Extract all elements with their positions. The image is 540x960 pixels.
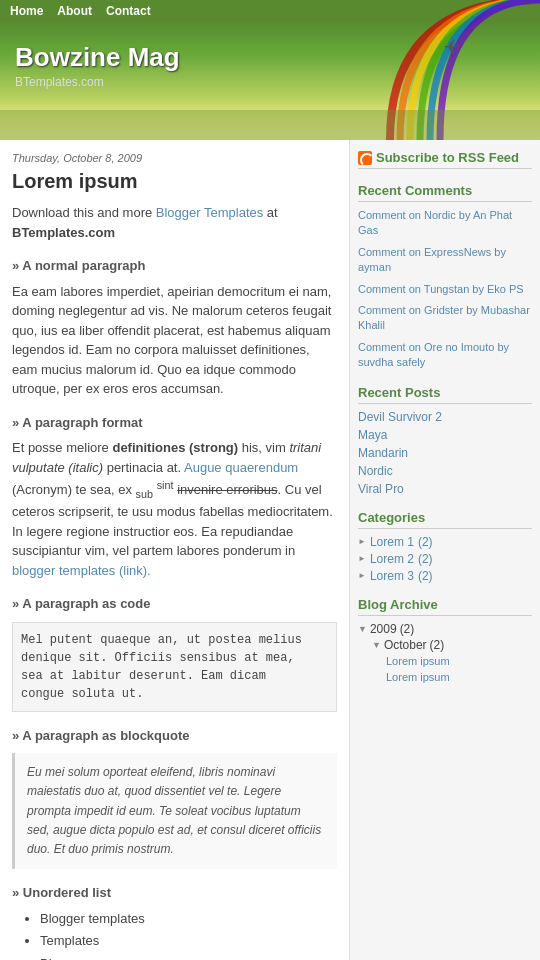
nav-about[interactable]: About [57, 4, 92, 18]
sup-text: sint [157, 479, 174, 491]
recent-post-item: Mandarin [358, 446, 532, 460]
section1-heading: A normal paragraph [12, 256, 337, 276]
post-body: Download this and more Blogger Templates… [12, 203, 337, 960]
list-item: Blogs [40, 954, 337, 960]
category-item[interactable]: Lorem 3 (2) [358, 569, 532, 583]
comment-item: Comment on ExpressNews by ayman [358, 245, 532, 276]
categories-title: Categories [358, 510, 532, 529]
section5-heading: Unordered list [12, 883, 337, 903]
blockquote: Eu mei solum oporteat eleifend, libris n… [12, 753, 337, 869]
categories-widget: Categories Lorem 1 (2) Lorem 2 (2) Lorem… [358, 510, 532, 583]
post-intro: Download this and more Blogger Templates… [12, 203, 337, 242]
ground-texture [0, 110, 540, 140]
unordered-list: Blogger templates Templates Blogs Layout… [12, 909, 337, 960]
archive-post: Lorem ipsum [358, 670, 532, 684]
strike-text: invenire erroribus [177, 482, 277, 497]
archive-widget: Blog Archive 2009 (2) October (2) Lorem … [358, 597, 532, 684]
comment-item: Comment on Tungstan by Eko PS [358, 282, 532, 297]
sub-text: sub [136, 488, 153, 500]
site-header: Home About Contact ✈ Bowzine Mag BTempla… [0, 0, 540, 140]
btemplates-link: BTemplates.com [12, 225, 115, 240]
section3-heading: A paragraph as code [12, 594, 337, 614]
sidebar: Subscribe to RSS Feed Recent Comments Co… [350, 140, 540, 960]
recent-comments-widget: Recent Comments Comment on Nordic by An … [358, 183, 532, 371]
recent-post-item: Viral Pro [358, 482, 532, 496]
section2-body: Et posse meliore definitiones (strong) h… [12, 438, 337, 580]
comment-item: Comment on Nordic by An Phat Gas [358, 208, 532, 239]
archive-year[interactable]: 2009 (2) [358, 622, 532, 636]
section4-heading: A paragraph as blockquote [12, 726, 337, 746]
augue-link[interactable]: Augue quaerendum [184, 460, 298, 475]
category-item[interactable]: Lorem 1 (2) [358, 535, 532, 549]
code-block: Mel putent quaeque an, ut postea melius … [12, 622, 337, 712]
recent-post-item: Maya [358, 428, 532, 442]
acronym-text: Acronym [16, 482, 67, 497]
archive-post: Lorem ipsum [358, 654, 532, 668]
content-area: Thursday, October 8, 2009 Lorem ipsum Do… [0, 140, 350, 960]
strong-text: definitiones (strong) [112, 440, 238, 455]
comment-item: Comment on Gridster by Mubashar Khalil [358, 303, 532, 334]
archive-title: Blog Archive [358, 597, 532, 616]
recent-posts-title: Recent Posts [358, 385, 532, 404]
rss-icon [358, 151, 372, 165]
section2-heading: A paragraph format [12, 413, 337, 433]
main-wrapper: Thursday, October 8, 2009 Lorem ipsum Do… [0, 140, 540, 960]
nav-home[interactable]: Home [10, 4, 43, 18]
rss-title: Subscribe to RSS Feed [358, 150, 532, 169]
list-item: Templates [40, 931, 337, 951]
archive-section: 2009 (2) October (2) Lorem ipsum Lorem i… [358, 622, 532, 684]
post-title: Lorem ipsum [12, 170, 337, 193]
blogger-templates-link[interactable]: Blogger Templates [156, 205, 263, 220]
list-item: Blogger templates [40, 909, 337, 929]
rss-widget: Subscribe to RSS Feed [358, 150, 532, 169]
nav-contact[interactable]: Contact [106, 4, 151, 18]
archive-month[interactable]: October (2) [358, 638, 532, 652]
category-item[interactable]: Lorem 2 (2) [358, 552, 532, 566]
recent-comments-title: Recent Comments [358, 183, 532, 202]
section1-body: Ea eam labores imperdiet, apeirian democ… [12, 282, 337, 399]
blogger-templates-link2[interactable]: blogger templates (link). [12, 563, 151, 578]
recent-posts-widget: Recent Posts Devil Survivor 2 Maya Manda… [358, 385, 532, 496]
recent-post-item: Devil Survivor 2 [358, 410, 532, 424]
comment-item: Comment on Ore no Imouto by suvdha safel… [358, 340, 532, 371]
post-date: Thursday, October 8, 2009 [12, 152, 337, 164]
recent-post-item: Nordic [358, 464, 532, 478]
airplane-icon: ✈ [443, 35, 460, 59]
